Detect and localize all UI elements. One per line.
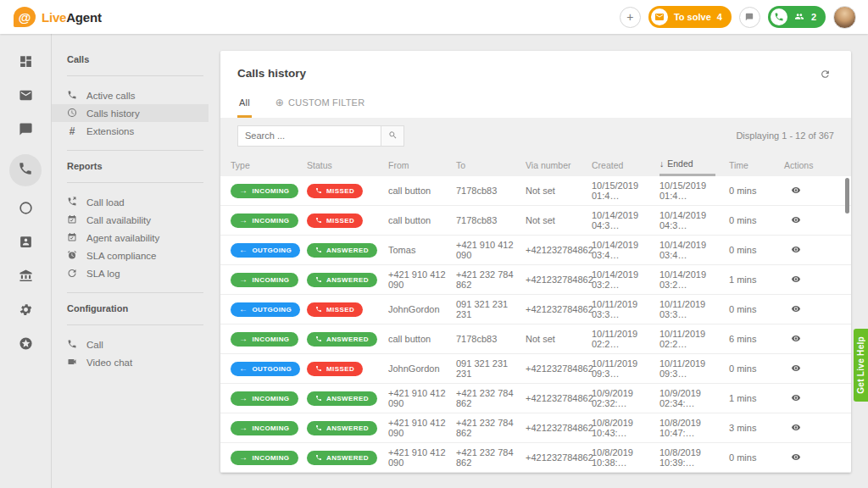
ended-cell: 10/11/2019 09:3… bbox=[659, 358, 729, 379]
incoming-badge: →INCOMING bbox=[231, 184, 298, 198]
view-call-button[interactable] bbox=[789, 452, 803, 463]
view-call-button[interactable] bbox=[789, 334, 803, 345]
sidebar-item-call-load[interactable]: Call load bbox=[52, 193, 209, 211]
view-call-button[interactable] bbox=[789, 186, 803, 197]
eye-icon bbox=[789, 304, 803, 315]
column-header-from[interactable]: From bbox=[388, 160, 456, 170]
ended-cell: 10/14/2019 03:4… bbox=[659, 240, 729, 260]
rail-item-ring[interactable] bbox=[11, 199, 40, 220]
missed-badge: MISSED bbox=[307, 214, 363, 228]
table-row[interactable]: →INCOMINGMISSEDcall button7178cb83Not se… bbox=[220, 206, 851, 236]
time-cell: 1 mins bbox=[729, 393, 784, 403]
sidebar-item-video-chat[interactable]: Video chat bbox=[52, 353, 209, 371]
sidebar-item-label: Extensions bbox=[86, 126, 134, 136]
eye-icon bbox=[789, 393, 803, 404]
time-cell: 0 mins bbox=[729, 186, 784, 196]
from-cell: call button bbox=[388, 334, 456, 344]
phone-status-button[interactable]: 2 bbox=[768, 6, 826, 28]
badge-label: ANSWERED bbox=[326, 424, 369, 432]
view-call-button[interactable] bbox=[789, 215, 803, 226]
time-cell: 0 mins bbox=[729, 363, 784, 374]
refresh-button[interactable] bbox=[820, 68, 831, 83]
table-row[interactable]: →INCOMINGANSWEREDcall button7178cb83Not … bbox=[220, 324, 851, 354]
sidebar: CallsActive callsCalls history#Extension… bbox=[51, 34, 209, 488]
created-cell: 10/14/2019 03:2… bbox=[592, 269, 659, 290]
sidebar-item-agent-availability[interactable]: Agent availability bbox=[52, 229, 209, 247]
tab-custom-filter[interactable]: ⊕CUSTOM FILTER bbox=[274, 90, 366, 118]
view-call-button[interactable] bbox=[789, 363, 803, 374]
from-cell: Tomas bbox=[388, 245, 456, 255]
to-cell: +421 232 784 862 bbox=[456, 447, 526, 468]
view-call-button[interactable] bbox=[789, 304, 803, 315]
rail-item-gear[interactable] bbox=[11, 301, 40, 322]
sidebar-item-calls-history[interactable]: Calls history bbox=[52, 104, 209, 122]
from-cell: +421 910 412 090 bbox=[388, 269, 456, 290]
view-call-button[interactable] bbox=[789, 274, 803, 286]
to-cell: +421 910 412 090 bbox=[456, 240, 526, 260]
sidebar-item-sla-log[interactable]: SLA log bbox=[52, 264, 209, 282]
search-button[interactable] bbox=[381, 125, 404, 147]
view-call-button[interactable] bbox=[789, 423, 803, 434]
table-row[interactable]: ←OUTGOINGMISSEDJohnGordon091 321 231 231… bbox=[220, 295, 851, 324]
user-avatar[interactable] bbox=[833, 6, 856, 29]
rail-item-chat[interactable] bbox=[11, 120, 40, 141]
created-cell: 10/15/2019 01:4… bbox=[592, 180, 659, 201]
rail-item-phone[interactable] bbox=[9, 154, 42, 186]
view-call-button[interactable] bbox=[789, 245, 803, 256]
column-header-via-number[interactable]: Via number bbox=[526, 160, 592, 170]
eye-icon bbox=[789, 245, 803, 256]
sidebar-item-call[interactable]: Call bbox=[52, 336, 209, 353]
sidebar-item-call-availability[interactable]: Call availability bbox=[52, 211, 209, 229]
icon-rail bbox=[0, 34, 51, 488]
sidebar-item-label: Video chat bbox=[86, 358, 132, 368]
dashboard-grid-icon bbox=[19, 54, 33, 72]
rail-item-star-circle[interactable] bbox=[11, 335, 40, 356]
rail-item-dashboard-grid[interactable] bbox=[11, 53, 40, 74]
get-live-help-button[interactable]: Get Live Help bbox=[854, 329, 868, 402]
rail-item-mail[interactable] bbox=[11, 86, 40, 108]
tab-all[interactable]: All bbox=[237, 90, 252, 118]
column-header-created[interactable]: Created bbox=[592, 160, 659, 170]
table-row[interactable]: ←OUTGOINGANSWEREDTomas+421 910 412 090+4… bbox=[220, 236, 851, 265]
sidebar-divider bbox=[67, 324, 203, 325]
column-header-actions[interactable]: Actions bbox=[784, 160, 851, 170]
rail-item-contact-card[interactable] bbox=[11, 233, 40, 254]
rail-item-bank[interactable] bbox=[11, 267, 40, 288]
column-header-status[interactable]: Status bbox=[307, 160, 388, 170]
sidebar-item-label: SLA log bbox=[86, 269, 120, 279]
missed-badge: MISSED bbox=[307, 184, 363, 198]
view-call-button[interactable] bbox=[789, 393, 803, 404]
logo-bubble-icon: @ bbox=[14, 7, 36, 27]
ended-cell: 10/9/2019 02:34:… bbox=[659, 388, 729, 408]
eye-icon bbox=[789, 363, 803, 374]
table-row[interactable]: →INCOMINGANSWERED+421 910 412 090+421 23… bbox=[220, 384, 851, 413]
ended-cell: 10/14/2019 03:2… bbox=[659, 269, 729, 290]
column-header-ended[interactable]: ↓Ended bbox=[659, 153, 729, 176]
ring-icon bbox=[19, 201, 33, 219]
from-cell: +421 910 412 090 bbox=[388, 388, 456, 408]
chat-status-button[interactable] bbox=[739, 7, 760, 28]
sidebar-item-active-calls[interactable]: Active calls bbox=[52, 86, 209, 104]
table-row[interactable]: →INCOMINGANSWERED+421 910 412 090+421 23… bbox=[220, 413, 851, 443]
table-row[interactable]: ←OUTGOINGMISSEDJohnGordon091 321 231 231… bbox=[220, 354, 851, 384]
table-scrollbar[interactable] bbox=[845, 178, 849, 214]
column-header-type[interactable]: Type bbox=[231, 160, 307, 170]
badge-label: MISSED bbox=[326, 187, 354, 195]
time-cell: 0 mins bbox=[729, 452, 784, 463]
badge-label: MISSED bbox=[326, 306, 354, 313]
add-new-button[interactable]: + bbox=[620, 7, 641, 28]
bank-icon bbox=[19, 269, 33, 286]
to-solve-button[interactable]: To solve 4 bbox=[648, 6, 732, 28]
table-row[interactable]: →INCOMINGANSWERED+421 910 412 090+421 23… bbox=[220, 443, 851, 473]
sidebar-item-extensions[interactable]: #Extensions bbox=[52, 122, 209, 140]
column-header-time[interactable]: Time bbox=[729, 160, 784, 170]
search-input[interactable] bbox=[237, 125, 381, 147]
column-header-to[interactable]: To bbox=[456, 160, 526, 170]
sidebar-divider bbox=[67, 75, 203, 76]
sidebar-item-sla-compliance[interactable]: SLA compliance bbox=[52, 247, 209, 264]
phone-icon bbox=[315, 276, 322, 283]
badge-label: ANSWERED bbox=[326, 276, 369, 284]
alarm-icon bbox=[67, 250, 77, 262]
table-row[interactable]: →INCOMINGANSWERED+421 910 412 090+421 23… bbox=[220, 265, 851, 295]
table-row[interactable]: →INCOMINGMISSEDcall button7178cb83Not se… bbox=[220, 176, 851, 206]
